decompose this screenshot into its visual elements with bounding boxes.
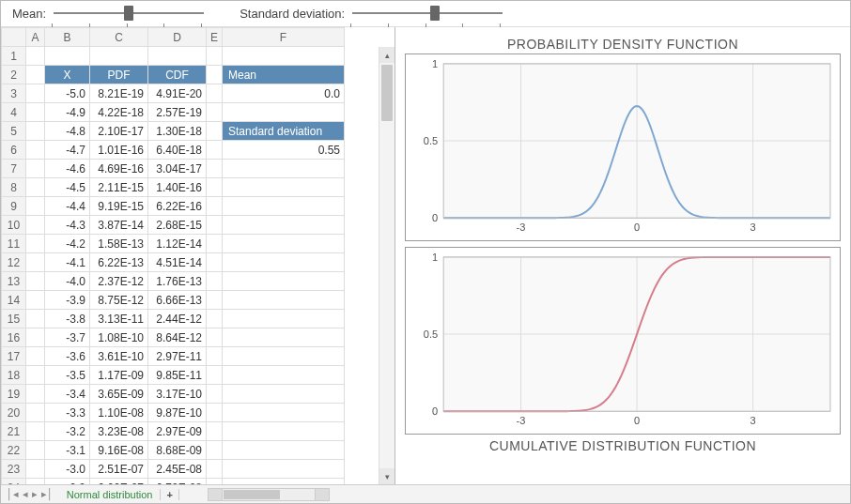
cell[interactable]: 2.51E-07 — [90, 460, 148, 479]
row-header[interactable]: 12 — [2, 253, 26, 272]
cell[interactable] — [26, 160, 45, 178]
sheet-tab[interactable]: Normal distribution — [59, 489, 162, 500]
cell[interactable]: -3.5 — [45, 366, 90, 385]
cell[interactable]: 6.22E-16 — [148, 197, 207, 216]
cell[interactable]: -4.3 — [45, 216, 90, 235]
cell[interactable]: 4.91E-20 — [148, 84, 207, 103]
cell[interactable] — [223, 216, 345, 235]
col-header-C[interactable]: C — [90, 28, 148, 47]
cell[interactable] — [223, 310, 345, 328]
cell[interactable] — [207, 366, 223, 385]
cell[interactable]: 4.51E-14 — [148, 253, 207, 272]
cell[interactable] — [26, 235, 45, 253]
nav-prev-icon[interactable]: ◂ — [23, 488, 28, 500]
cell[interactable] — [223, 235, 345, 253]
cell[interactable] — [207, 216, 223, 235]
cell[interactable] — [26, 216, 45, 235]
cell[interactable]: 1.10E-08 — [90, 404, 148, 422]
cell[interactable] — [207, 422, 223, 441]
cell[interactable] — [223, 103, 345, 122]
cell[interactable] — [148, 47, 207, 66]
cell[interactable] — [207, 404, 223, 422]
cell[interactable]: 9.85E-11 — [148, 366, 207, 385]
cell[interactable] — [26, 479, 45, 485]
cell[interactable]: 6.66E-13 — [148, 291, 207, 310]
cell[interactable] — [223, 347, 345, 366]
row-header[interactable]: 6 — [2, 141, 26, 160]
nav-first-icon[interactable]: │◂ — [7, 488, 19, 500]
row-header[interactable]: 7 — [2, 160, 26, 178]
cell[interactable] — [26, 347, 45, 366]
cell[interactable]: -3.0 — [45, 460, 90, 479]
cell[interactable]: -5.0 — [45, 84, 90, 103]
cell[interactable] — [207, 84, 223, 103]
cell[interactable] — [26, 197, 45, 216]
scroll-thumb[interactable] — [381, 65, 393, 121]
cell[interactable] — [26, 66, 45, 84]
header-pdf[interactable]: PDF — [90, 66, 148, 84]
row-header[interactable]: 21 — [2, 422, 26, 441]
row-header[interactable]: 23 — [2, 460, 26, 479]
cell[interactable] — [26, 291, 45, 310]
cell[interactable] — [207, 160, 223, 178]
cell[interactable] — [26, 328, 45, 347]
cell[interactable]: 6.66E-07 — [90, 479, 148, 485]
cell[interactable]: -2.9 — [45, 479, 90, 485]
cell[interactable]: -3.4 — [45, 385, 90, 404]
cell[interactable] — [90, 47, 148, 66]
horizontal-scrollbar[interactable] — [208, 488, 330, 501]
cell[interactable]: 8.21E-19 — [90, 84, 148, 103]
row-header[interactable]: 10 — [2, 216, 26, 235]
cell[interactable] — [26, 441, 45, 460]
header-x[interactable]: X — [45, 66, 90, 84]
cell[interactable]: 2.37E-12 — [90, 272, 148, 291]
cell[interactable]: 2.97E-11 — [148, 347, 207, 366]
cell[interactable] — [26, 272, 45, 291]
cell[interactable] — [223, 291, 345, 310]
cell[interactable] — [223, 404, 345, 422]
vertical-scrollbar[interactable]: ▴ ▾ — [379, 47, 395, 484]
cell[interactable]: 8.75E-12 — [90, 291, 148, 310]
nav-next-icon[interactable]: ▸ — [32, 488, 38, 500]
cell[interactable] — [26, 422, 45, 441]
mean-slider[interactable] — [54, 4, 204, 23]
corner-cell[interactable] — [2, 28, 26, 47]
std-slider[interactable] — [352, 4, 503, 23]
cell[interactable] — [207, 178, 223, 197]
cell[interactable] — [26, 460, 45, 479]
cell[interactable]: 3.13E-11 — [90, 310, 148, 328]
cell[interactable]: 4.22E-18 — [90, 103, 148, 122]
row-header[interactable]: 17 — [2, 347, 26, 366]
cell[interactable]: 2.44E-12 — [148, 310, 207, 328]
cell[interactable] — [207, 197, 223, 216]
cell[interactable]: -3.3 — [45, 404, 90, 422]
cell[interactable] — [26, 253, 45, 272]
row-header[interactable]: 16 — [2, 328, 26, 347]
spreadsheet[interactable]: A B C D E F 12XPDFCDFMean3-5.08.21E-194.… — [1, 27, 345, 484]
row-header[interactable]: 3 — [2, 84, 26, 103]
cell[interactable] — [223, 479, 345, 485]
cell[interactable] — [207, 122, 223, 141]
row-header[interactable]: 4 — [2, 103, 26, 122]
mean-value[interactable]: 0.0 — [223, 84, 345, 103]
cell[interactable]: 2.11E-15 — [90, 178, 148, 197]
cell[interactable] — [26, 385, 45, 404]
cell[interactable] — [26, 366, 45, 385]
col-header-B[interactable]: B — [45, 28, 90, 47]
cell[interactable]: 1.58E-13 — [90, 235, 148, 253]
cell[interactable] — [207, 235, 223, 253]
cell[interactable]: 1.01E-16 — [90, 141, 148, 160]
cell[interactable]: -4.1 — [45, 253, 90, 272]
cell[interactable]: 6.72E-08 — [148, 479, 207, 485]
cell[interactable]: -4.5 — [45, 178, 90, 197]
cell[interactable] — [223, 366, 345, 385]
row-header[interactable]: 15 — [2, 310, 26, 328]
cell[interactable] — [207, 385, 223, 404]
cell[interactable] — [207, 479, 223, 485]
row-header[interactable]: 13 — [2, 272, 26, 291]
cell[interactable]: 8.64E-12 — [148, 328, 207, 347]
cell[interactable] — [223, 178, 345, 197]
cell[interactable]: -4.2 — [45, 235, 90, 253]
col-header-F[interactable]: F — [223, 28, 345, 47]
cell[interactable]: 2.10E-17 — [90, 122, 148, 141]
